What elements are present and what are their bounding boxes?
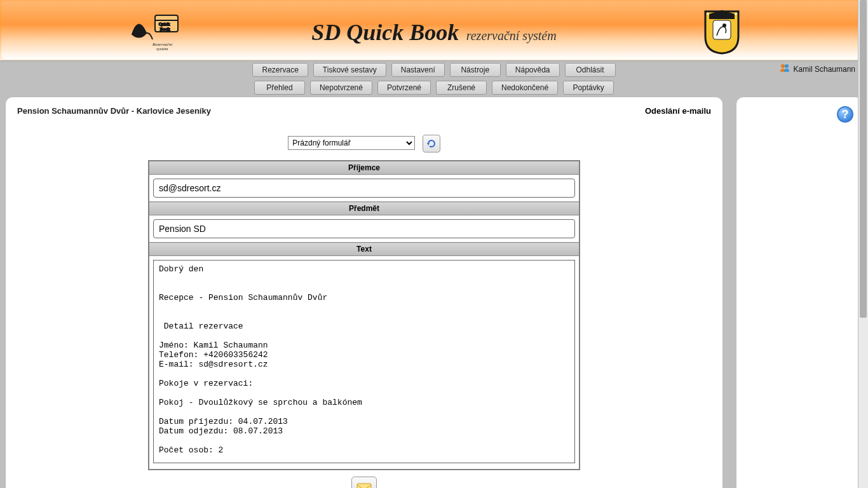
svg-text:Book: Book: [160, 27, 170, 32]
subnav-nedokoncene[interactable]: Nedokončené: [492, 81, 558, 95]
app-title: SD Quick Book rezervační systém: [311, 19, 556, 46]
subnav-zrusene[interactable]: Zrušené: [436, 81, 487, 95]
reload-template-button[interactable]: [423, 135, 440, 152]
subnav-potvrzene[interactable]: Potvrzené: [377, 81, 431, 95]
crest-logo: [703, 9, 741, 57]
subnav-nepotvrzene[interactable]: Nepotvrzené: [310, 81, 372, 95]
svg-text:systém: systém: [156, 46, 168, 51]
subnav-prehled[interactable]: Přehled: [254, 81, 305, 95]
subnav-poptavky[interactable]: Poptávky: [563, 81, 614, 95]
sub-nav: Přehled Nepotvrzené Potvrzené Zrušené Ne…: [0, 79, 868, 97]
template-select[interactable]: Prázdný formulář: [288, 136, 415, 150]
subject-input[interactable]: [153, 219, 575, 238]
svg-text:Quick: Quick: [159, 22, 170, 27]
help-button[interactable]: ?: [837, 106, 853, 123]
side-panel: ?: [736, 97, 863, 488]
label-body: Text: [149, 243, 580, 256]
users-icon: [780, 64, 790, 74]
scrollbar-thumb[interactable]: [860, 0, 867, 318]
label-recipient: Příjemce: [149, 161, 580, 175]
label-subject: Předmět: [149, 202, 580, 215]
mail-send-icon: [356, 481, 372, 488]
page-scrollbar[interactable]: [858, 0, 868, 488]
template-row: Prázdný formulář: [17, 135, 711, 152]
svg-rect-8: [713, 20, 731, 39]
refresh-icon: [426, 139, 437, 149]
logo-left: Quick Book Rezervační systém: [127, 9, 183, 53]
svg-point-10: [781, 64, 785, 68]
svg-marker-12: [427, 143, 430, 146]
recipient-input[interactable]: [153, 179, 575, 198]
nav-nastaveni[interactable]: Nastavení: [391, 63, 445, 77]
user-name: Kamil Schaumann: [794, 65, 855, 74]
svg-rect-13: [357, 484, 371, 488]
page-title: Pension Schaumannův Dvůr - Karlovice Jes…: [17, 106, 711, 116]
user-info: Kamil Schaumann: [780, 64, 855, 74]
body-textarea[interactable]: [153, 260, 575, 463]
svg-point-9: [722, 24, 726, 27]
nav-napoveda[interactable]: Nápověda: [506, 63, 560, 77]
nav-rezervace[interactable]: Rezervace: [252, 63, 308, 77]
nav-odhlasit[interactable]: Odhlásit: [565, 63, 616, 77]
main-nav: Rezervace Tiskové sestavy Nastavení Nást…: [0, 61, 868, 79]
app-header: Quick Book Rezervační systém SD Quick Bo…: [0, 0, 868, 61]
send-button[interactable]: [351, 477, 377, 488]
email-form: Příjemce Předmět Text: [148, 160, 580, 470]
nav-nastroje[interactable]: Nástroje: [450, 63, 501, 77]
section-title: Odeslání e-mailu: [645, 106, 711, 116]
svg-point-11: [785, 64, 789, 68]
nav-tiskove-sestavy[interactable]: Tiskové sestavy: [313, 63, 386, 77]
main-panel: Pension Schaumannův Dvůr - Karlovice Jes…: [5, 97, 723, 488]
